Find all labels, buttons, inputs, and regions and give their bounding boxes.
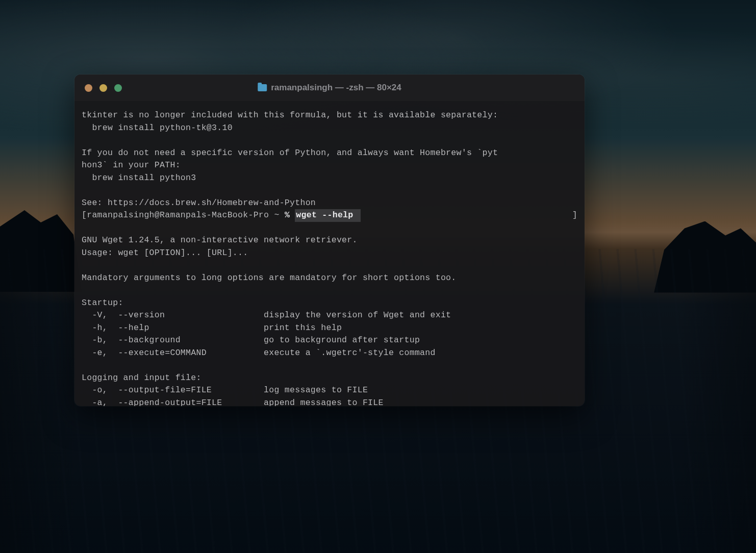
terminal-line: Mandatory arguments to long options are … [82,273,457,283]
close-button[interactable] [85,84,92,92]
terminal-line: GNU Wget 1.24.5, a non-interactive netwo… [82,235,358,245]
terminal-line: brew install python3 [82,173,196,183]
terminal-line: -h, --help print this help [82,323,342,333]
terminal-line: See: https://docs.brew.sh/Homebrew-and-P… [82,198,316,208]
window-title-text: ramanpalsingh — -zsh — 80×24 [271,83,401,93]
terminal-line: hon3` in your PATH: [82,160,181,170]
prompt-symbol: % [285,209,295,222]
folder-icon [258,84,267,91]
terminal-line: Usage: wget [OPTION]... [URL]... [82,248,248,258]
terminal-line: -b, --background go to background after … [82,335,420,345]
window-title: ramanpalsingh — -zsh — 80×24 [258,83,401,93]
traffic-lights [74,84,122,92]
terminal-window[interactable]: ramanpalsingh — -zsh — 80×24 tkinter is … [74,74,585,406]
terminal-line: -a, --append-output=FILE append messages… [82,398,384,407]
prompt-close-bracket: ] [572,209,577,222]
terminal-line: -o, --output-file=FILE log messages to F… [82,385,368,395]
terminal-line: -V, --version display the version of Wge… [82,310,451,320]
prompt-user-host: ramanpalsingh@Ramanpals-MacBook-Pro ~ [87,209,285,222]
title-bar[interactable]: ramanpalsingh — -zsh — 80×24 [74,74,585,101]
terminal-content[interactable]: tkinter is no longer included with this … [74,101,585,406]
terminal-line: Startup: [82,298,123,308]
prompt-line: [ramanpalsingh@Ramanpals-MacBook-Pro ~ %… [82,209,577,222]
terminal-line: If you do not need a specific version of… [82,148,498,158]
maximize-button[interactable] [114,84,122,92]
terminal-line: Logging and input file: [82,373,201,383]
terminal-line: tkinter is no longer included with this … [82,110,498,120]
prompt-open-bracket: [ [82,209,87,222]
prompt-command[interactable]: wget --help [295,209,360,222]
minimize-button[interactable] [99,84,107,92]
terminal-line: -e, --execute=COMMAND execute a `.wgetrc… [82,348,436,358]
terminal-line: brew install python-tk@3.10 [82,123,233,133]
